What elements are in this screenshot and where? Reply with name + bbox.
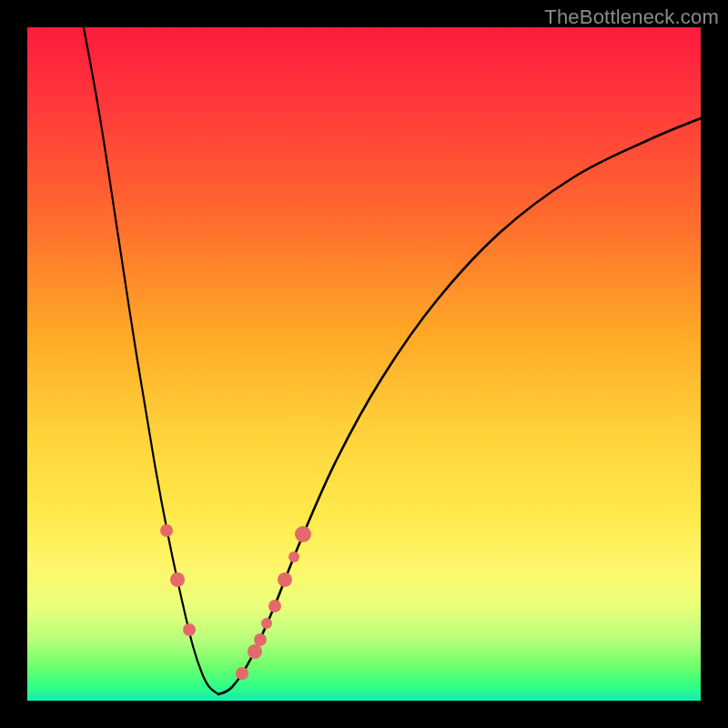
marker-dot [261,618,272,629]
marker-dot [183,623,196,636]
marker-dot [278,572,292,587]
marker-dot [236,667,248,680]
curve-layer [27,27,701,701]
plot-area [27,27,701,701]
marker-dot [248,644,262,659]
watermark-text: TheBottleneck.com [544,5,719,29]
left-curve [84,27,218,694]
marker-dot [268,600,281,612]
marker-dot [295,526,311,542]
marker-dot [170,572,185,587]
chart-frame: TheBottleneck.com [0,0,728,728]
marker-dot [288,551,299,562]
right-curve [218,118,701,694]
marker-dot [254,633,267,646]
marker-dot [160,524,173,537]
